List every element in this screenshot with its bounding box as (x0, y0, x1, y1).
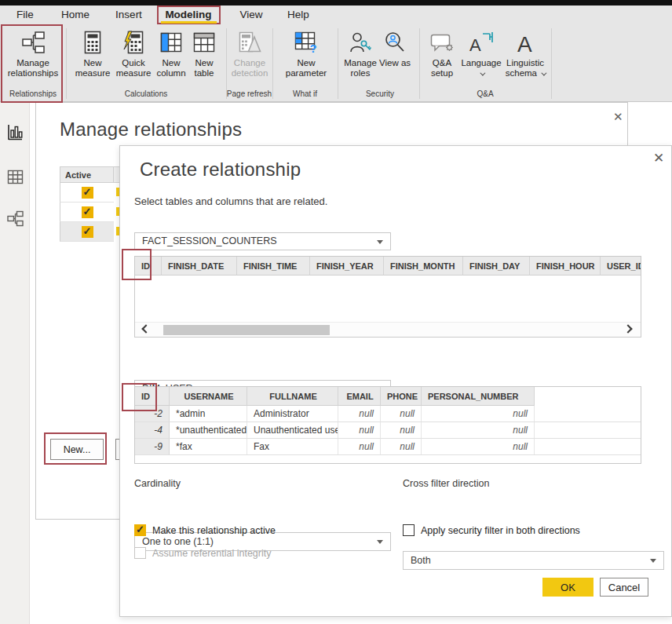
table-row[interactable]: -9 *fax Fax null null null (135, 439, 641, 455)
annotation-box-manage-relationships (1, 24, 63, 103)
active-column-header: Active (60, 166, 114, 183)
menu-insert[interactable]: Insert (111, 5, 146, 24)
fact-col-header[interactable]: FINISH_YEAR (310, 257, 384, 276)
horizontal-scrollbar[interactable] (135, 322, 641, 337)
horizontal-scrollbar-thumb[interactable] (163, 325, 330, 335)
referential-integrity-option: Assume referential integrity (134, 547, 271, 559)
fact-col-header[interactable]: FINISH_DATE (162, 257, 237, 276)
relationship-row[interactable] (60, 183, 114, 203)
dim-col-header[interactable]: USERNAME (170, 387, 247, 406)
fact-col-header[interactable]: USER_ID (601, 257, 641, 276)
svg-text:A: A (469, 35, 481, 54)
menu-help[interactable]: Help (283, 5, 314, 24)
active-checkbox[interactable] (82, 187, 93, 199)
new-table-button[interactable]: New table (187, 28, 221, 78)
table-row[interactable]: -2 *admin Administrator null null null (135, 406, 641, 422)
table-row[interactable]: -4 *unauthenticated Unauthenticated user… (135, 422, 641, 439)
table-parameter-icon: ? (294, 28, 318, 57)
report-view-icon[interactable] (7, 124, 24, 140)
fact-col-header[interactable]: FINISH_HOUR (530, 257, 601, 276)
window-top-bar (0, 0, 672, 5)
cross-filter-label: Cross filter direction (403, 478, 489, 489)
calculator-lightning-icon (122, 28, 144, 57)
menu-home[interactable]: Home (58, 5, 93, 24)
table-icon (193, 28, 215, 57)
fact-col-header[interactable]: FINISH_MONTH (384, 257, 463, 276)
dim-col-header[interactable]: PHONE (381, 387, 422, 406)
fact-table-selector[interactable]: FACT_SESSION_COUNTERS (134, 232, 391, 250)
dim-preview-table: ID USERNAME FULLNAME EMAIL PHONE PERSONA… (134, 386, 641, 464)
relationship-row-selected[interactable] (60, 222, 114, 242)
chevron-down-icon (480, 71, 486, 76)
scroll-right-icon[interactable] (623, 324, 632, 333)
svg-text:?: ? (310, 42, 317, 53)
group-label-calculations: Calculations (66, 89, 226, 98)
manage-roles-button[interactable]: Manage roles (342, 28, 378, 78)
new-measure-button[interactable]: New measure (72, 28, 113, 78)
modeling-active-underline (161, 21, 217, 24)
annotation-box-dim-id (122, 383, 157, 411)
table-column-icon (160, 28, 182, 57)
quick-measure-button[interactable]: Quick measure (113, 28, 154, 78)
data-view-icon[interactable] (7, 169, 24, 185)
calculator-icon (82, 28, 103, 57)
cancel-button[interactable]: Cancel (600, 578, 648, 597)
change-detection-button: Change detection (229, 28, 270, 78)
fact-preview-table: ID FINISH_DATE FINISH_TIME FINISH_YEAR F… (134, 256, 641, 338)
ok-button[interactable]: OK (542, 578, 593, 597)
dim-col-header[interactable]: EMAIL (338, 387, 381, 406)
cross-filter-select[interactable]: Both (403, 551, 664, 570)
linguistic-schema-button[interactable]: A Linguistic schema (501, 28, 550, 78)
security-filter-checkbox[interactable] (403, 524, 415, 536)
ribbon-separator (66, 28, 67, 99)
new-parameter-button[interactable]: ? New parameter (281, 28, 331, 78)
svg-text:A: A (517, 32, 532, 54)
group-label-qa: Q&A (419, 89, 551, 98)
annotation-box-new-button (44, 432, 107, 465)
fact-col-header[interactable]: FINISH_DAY (463, 257, 530, 276)
group-label-what-if: What if (272, 89, 338, 98)
change-detection-icon (238, 28, 261, 57)
security-filter-option[interactable]: Apply security filter in both directions (403, 524, 580, 536)
close-icon[interactable]: ✕ (653, 152, 664, 164)
chevron-down-icon (542, 71, 547, 76)
view-sidebar (0, 102, 30, 624)
dim-col-header[interactable]: FULLNAME (247, 387, 338, 406)
ribbon-separator (551, 28, 552, 99)
ribbon-separator (226, 28, 227, 99)
make-active-checkbox[interactable] (134, 524, 146, 536)
language-button[interactable]: A Language (460, 28, 502, 78)
close-icon[interactable]: ✕ (613, 111, 623, 122)
annotation-box-fact-id (122, 249, 152, 280)
menu-file[interactable]: File (9, 5, 41, 24)
dropdown-arrow-icon (377, 540, 383, 544)
active-checkbox[interactable] (82, 206, 93, 218)
ribbon-separator (419, 28, 420, 99)
magnifier-person-icon (384, 28, 406, 57)
menu-bar: File Home Insert Modeling View Help (0, 5, 672, 24)
group-label-security: Security (341, 89, 419, 98)
create-dialog-title: Create relationship (140, 159, 301, 181)
view-as-button[interactable]: View as (378, 28, 411, 68)
active-checkbox[interactable] (82, 226, 93, 238)
scroll-left-icon[interactable] (141, 324, 150, 333)
create-dialog-subtitle: Select tables and columns that are relat… (134, 195, 327, 207)
relationship-row[interactable] (60, 203, 114, 222)
cardinality-label: Cardinality (134, 478, 181, 489)
dim-col-header[interactable]: PERSONAL_NUMBER (422, 387, 535, 406)
ribbon-separator (272, 28, 273, 99)
ribbon-separator (338, 28, 338, 99)
qa-setup-button[interactable]: Q&A setup (424, 28, 460, 78)
referential-integrity-checkbox (134, 547, 146, 559)
menu-view[interactable]: View (236, 5, 267, 24)
person-key-icon (349, 28, 371, 57)
model-view-icon[interactable] (7, 210, 24, 227)
linguistic-schema-icon: A (515, 28, 535, 57)
group-label-page-refresh: Page refresh (226, 89, 272, 98)
new-column-button[interactable]: New column (154, 28, 188, 78)
dropdown-arrow-icon (377, 240, 383, 244)
fact-col-header[interactable]: FINISH_TIME (237, 257, 310, 276)
make-active-option[interactable]: Make this relationship active (134, 524, 276, 536)
create-relationship-dialog: Create relationship ✕ Select tables and … (119, 145, 672, 617)
speech-bubble-gear-icon (430, 28, 454, 57)
